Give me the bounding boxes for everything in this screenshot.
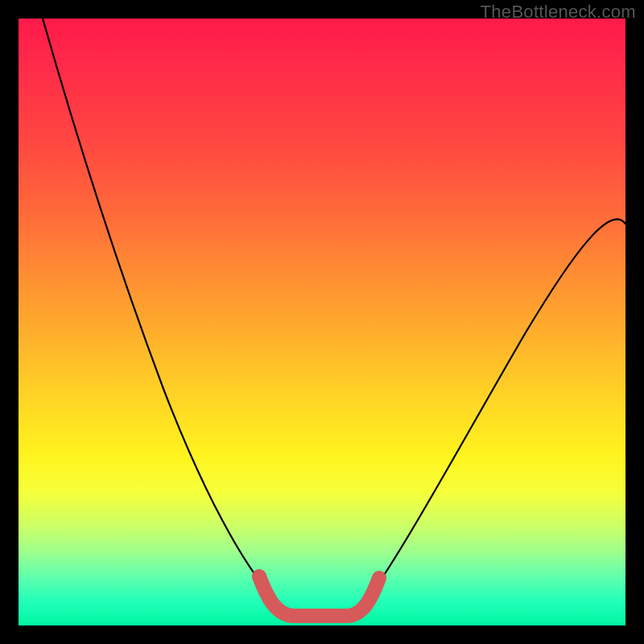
right-curve bbox=[369, 219, 625, 598]
chart-svg bbox=[19, 19, 625, 625]
plot-area bbox=[19, 19, 625, 625]
watermark-text: TheBottleneck.com bbox=[481, 2, 636, 23]
chart-frame: TheBottleneck.com bbox=[0, 0, 644, 644]
left-curve bbox=[43, 19, 274, 598]
highlight-band bbox=[259, 576, 379, 616]
